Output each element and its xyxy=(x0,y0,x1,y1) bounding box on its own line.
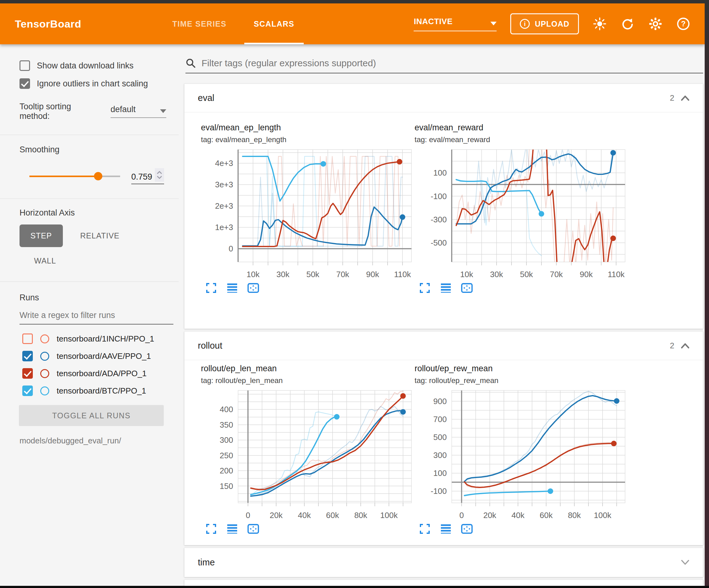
line-chart[interactable]: 150200250300350400020k40k60k80k100k xyxy=(201,389,415,521)
settings-sidebar: Show data download links Ignore outliers… xyxy=(0,44,179,586)
runs-filter-input[interactable]: Write a regex to filter runs xyxy=(20,311,174,325)
svg-text:200: 200 xyxy=(220,466,233,475)
filter-tags-placeholder: Filter tags (regular expressions support… xyxy=(202,58,376,69)
svg-text:60k: 60k xyxy=(326,511,339,520)
fullscreen-icon[interactable] xyxy=(419,523,431,535)
checkbox-checked-icon[interactable] xyxy=(20,78,30,89)
smoothing-label: Smoothing xyxy=(20,145,166,154)
chevron-down-icon[interactable] xyxy=(681,559,690,565)
run-radio-icon[interactable] xyxy=(40,334,49,343)
filter-tags-input[interactable]: Filter tags (regular expressions support… xyxy=(185,58,703,73)
run-checkbox[interactable] xyxy=(22,351,33,361)
line-chart[interactable]: -100100300500700900020k40k60k80k100k xyxy=(415,389,628,521)
chart-title: rollout/ep_rew_mean xyxy=(415,364,628,374)
run-checkbox[interactable] xyxy=(22,333,33,344)
chart-toolbar xyxy=(419,523,628,535)
fullscreen-icon[interactable] xyxy=(205,282,217,294)
tooltip-sorting-select[interactable]: default xyxy=(110,104,166,118)
runs-filter-placeholder: Write a regex to filter runs xyxy=(20,311,115,320)
svg-text:-100: -100 xyxy=(431,191,447,201)
checkbox-unchecked-icon[interactable] xyxy=(20,60,30,71)
chart-title: eval/mean_ep_length xyxy=(201,123,415,132)
run-radio-icon[interactable] xyxy=(40,369,49,378)
app-header: TensorBoard TIME SERIES SCALARS INACTIVE… xyxy=(0,3,705,44)
run-item[interactable]: tensorboard/1INCH/PPO_1 xyxy=(20,333,166,345)
chevron-up-icon[interactable] xyxy=(681,95,690,101)
run-status-value: INACTIVE xyxy=(414,17,452,26)
tab-scalars[interactable]: SCALARS xyxy=(240,3,308,44)
run-name: tensorboard/ADA/PPO_1 xyxy=(57,369,147,378)
svg-text:0: 0 xyxy=(246,511,250,520)
svg-text:40k: 40k xyxy=(511,511,525,520)
runs-list: tensorboard/1INCH/PPO_1tensorboard/AAVE/… xyxy=(20,333,166,397)
svg-text:-300: -300 xyxy=(431,215,447,224)
settings-gear-icon[interactable] xyxy=(648,17,662,31)
svg-text:110k: 110k xyxy=(394,270,411,279)
tooltip-sorting-value: default xyxy=(110,105,136,114)
tab-time-series[interactable]: TIME SERIES xyxy=(159,3,240,44)
window-bottom-strip xyxy=(0,586,709,588)
run-checkbox[interactable] xyxy=(22,368,33,379)
run-status-dropdown[interactable]: INACTIVE xyxy=(414,17,497,31)
svg-text:?: ? xyxy=(681,20,686,28)
toggle-all-runs-button[interactable]: TOGGLE ALL RUNS xyxy=(19,405,164,426)
show-download-links-checkbox[interactable]: Show data download links xyxy=(20,60,166,71)
section-card-time: time xyxy=(184,548,703,577)
section-chart-count: 2 xyxy=(670,93,674,103)
chart-block: eval/mean_reward tag: eval/mean_reward 1… xyxy=(415,123,628,294)
line-chart[interactable]: 01e+32e+33e+34e+310k30k50k70k90k110k xyxy=(201,148,415,280)
fit-domain-icon[interactable] xyxy=(461,523,473,535)
line-chart[interactable]: 100-100-300-50010k30k50k70k90k110k xyxy=(415,148,628,280)
fit-domain-icon[interactable] xyxy=(461,282,473,294)
fit-domain-icon[interactable] xyxy=(247,282,259,294)
main-content: Filter tags (regular expressions support… xyxy=(179,44,705,586)
help-icon[interactable]: ? xyxy=(676,17,690,31)
chart-tag: tag: rollout/ep_len_mean xyxy=(201,376,415,385)
chevron-up-icon[interactable] xyxy=(681,343,690,349)
log-scale-icon[interactable] xyxy=(226,523,238,535)
svg-text:90k: 90k xyxy=(580,270,593,279)
run-item[interactable]: tensorboard/AAVE/PPO_1 xyxy=(20,350,166,362)
window-edge-strip xyxy=(705,0,709,588)
svg-text:50k: 50k xyxy=(306,270,319,279)
section-title: eval xyxy=(198,93,214,103)
number-stepper[interactable] xyxy=(155,168,164,182)
brightness-icon[interactable] xyxy=(593,17,607,31)
log-scale-icon[interactable] xyxy=(440,282,452,294)
section-header-rollout[interactable]: rollout 2 xyxy=(185,332,703,360)
svg-text:300: 300 xyxy=(434,451,447,460)
window-title-strip xyxy=(0,0,709,3)
svg-text:20k: 20k xyxy=(270,511,283,520)
fullscreen-icon[interactable] xyxy=(419,282,431,294)
refresh-icon[interactable] xyxy=(621,17,635,31)
chart-tag: tag: eval/mean_ep_length xyxy=(201,135,415,144)
slider-thumb[interactable] xyxy=(94,172,103,180)
axis-step-button[interactable]: STEP xyxy=(20,225,63,247)
checkbox-label: Ignore outliers in chart scaling xyxy=(37,79,148,88)
fullscreen-icon[interactable] xyxy=(205,523,217,535)
svg-text:10k: 10k xyxy=(246,270,260,279)
fit-domain-icon[interactable] xyxy=(247,523,259,535)
run-checkbox[interactable] xyxy=(22,385,33,396)
ignore-outliers-checkbox[interactable]: Ignore outliers in chart scaling xyxy=(20,78,166,89)
svg-text:110k: 110k xyxy=(608,270,625,279)
section-header-eval[interactable]: eval 2 xyxy=(185,84,703,112)
log-scale-icon[interactable] xyxy=(226,282,238,294)
svg-text:900: 900 xyxy=(434,397,447,406)
upload-button[interactable]: i UPLOAD xyxy=(510,13,579,34)
run-radio-icon[interactable] xyxy=(40,386,49,395)
chart-block: eval/mean_ep_length tag: eval/mean_ep_le… xyxy=(201,123,415,294)
smoothing-value-input[interactable]: 0.759 xyxy=(131,168,164,184)
section-header-time[interactable]: time xyxy=(185,548,703,577)
smoothing-slider[interactable] xyxy=(29,176,120,177)
run-item[interactable]: tensorboard/BTC/PPO_1 xyxy=(20,385,166,397)
svg-text:100: 100 xyxy=(434,168,447,177)
log-scale-icon[interactable] xyxy=(440,523,452,535)
run-item[interactable]: tensorboard/ADA/PPO_1 xyxy=(20,367,166,380)
run-radio-icon[interactable] xyxy=(40,352,49,361)
axis-relative-button[interactable]: RELATIVE xyxy=(80,231,120,240)
axis-wall-button[interactable]: WALL xyxy=(34,256,166,265)
runs-logdir-path: models/debugged_eval_run/ xyxy=(20,436,166,445)
chevron-down-icon xyxy=(160,109,166,113)
main-tabs: TIME SERIES SCALARS xyxy=(159,3,308,44)
